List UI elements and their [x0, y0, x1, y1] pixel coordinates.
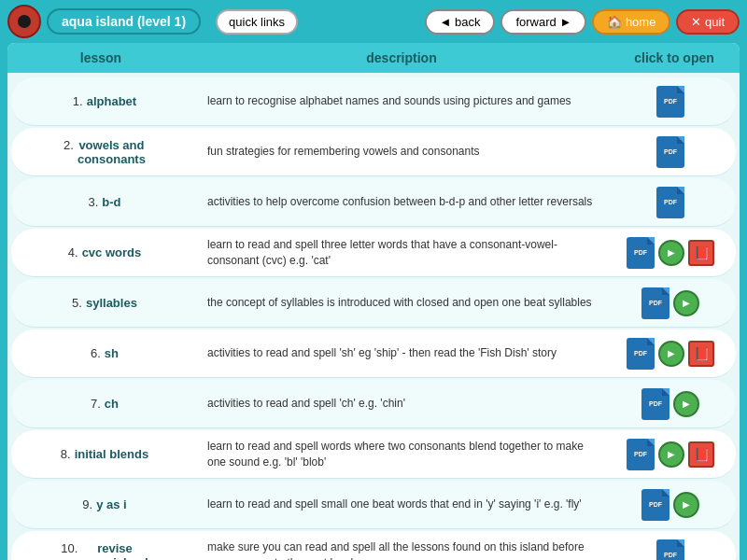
- table-row: 10.reviseaqua islandmake sure you can re…: [11, 531, 736, 560]
- pdf-icon[interactable]: [627, 338, 655, 370]
- pdf-icon[interactable]: [656, 187, 684, 218]
- game-icon[interactable]: [658, 240, 684, 266]
- app-logo: [7, 5, 41, 38]
- lesson-cell: 6.sh: [11, 341, 198, 366]
- description-cell: activities to read and spell 'ch' e.g. '…: [198, 390, 605, 417]
- book-icon[interactable]: [688, 341, 714, 367]
- description-cell: the concept of syllables is introduced w…: [198, 289, 605, 316]
- home-button[interactable]: 🏠 home: [592, 9, 670, 35]
- quit-button[interactable]: ✕ quit: [676, 9, 740, 35]
- lesson-number: 2.: [63, 138, 74, 152]
- description-cell: fun strategies for remembering vowels an…: [198, 138, 605, 165]
- actions-cell: [605, 284, 736, 323]
- lesson-number: 10.: [61, 541, 78, 555]
- lesson-title: y as i: [96, 497, 127, 511]
- lesson-cell: 8.initial blends: [11, 441, 198, 467]
- lesson-cell: 3.b-d: [11, 189, 198, 215]
- lesson-title: ch: [105, 397, 119, 411]
- lesson-cell: 9.y as i: [11, 492, 198, 517]
- back-button[interactable]: ◄ back: [425, 9, 496, 35]
- app-title: aqua island (level 1): [47, 8, 201, 35]
- lesson-cell: 7.ch: [11, 391, 198, 416]
- pdf-icon[interactable]: [641, 388, 669, 420]
- lesson-cell: 10.reviseaqua island: [11, 536, 198, 561]
- actions-cell: [605, 334, 736, 373]
- game-icon[interactable]: [673, 492, 699, 518]
- table-header: lesson description click to open: [7, 43, 740, 73]
- lesson-cell: 4.cvc words: [11, 240, 198, 265]
- description-cell: learn to read and spell small one beat w…: [198, 491, 605, 518]
- lesson-number: 1.: [73, 94, 83, 108]
- book-icon[interactable]: [688, 240, 714, 266]
- actions-cell: [605, 385, 736, 424]
- pdf-icon[interactable]: [656, 136, 684, 168]
- pdf-icon[interactable]: [627, 237, 655, 269]
- actions-cell: [605, 183, 736, 222]
- lesson-number: 5.: [72, 296, 82, 310]
- actions-cell: [605, 485, 736, 525]
- table-row: 2.vowels andconsonantsfun strategies for…: [11, 128, 736, 176]
- pdf-icon[interactable]: [641, 489, 669, 521]
- lesson-number: 4.: [68, 245, 78, 259]
- main-content: lesson description click to open 1.alpha…: [7, 43, 740, 560]
- lesson-number: 8.: [61, 447, 71, 461]
- lesson-number: 6.: [91, 346, 101, 360]
- game-icon[interactable]: [658, 341, 684, 367]
- description-cell: activities to read and spell 'sh' eg 'sh…: [198, 340, 605, 367]
- col-description: description: [194, 50, 609, 65]
- lesson-title: alphabet: [87, 94, 136, 108]
- description-cell: learn to read and spell words where two …: [198, 433, 605, 476]
- lesson-number: 3.: [88, 195, 98, 209]
- lesson-cell: 5.syllables: [11, 290, 198, 315]
- lesson-rows: 1.alphabetlearn to recognise alphabet na…: [7, 73, 740, 560]
- game-icon[interactable]: [673, 290, 699, 316]
- pdf-icon[interactable]: [641, 287, 669, 319]
- table-row: 3.b-dactivities to help overcome confusi…: [11, 178, 736, 227]
- col-lesson: lesson: [7, 50, 194, 65]
- pdf-icon[interactable]: [656, 86, 684, 118]
- actions-cell: [605, 82, 736, 121]
- lesson-cell: 2.vowels andconsonants: [11, 133, 198, 172]
- description-cell: learn to recognise alphabet names and so…: [198, 88, 605, 115]
- lesson-title: initial blends: [75, 447, 148, 461]
- table-row: 7.chactivities to read and spell 'ch' e.…: [11, 380, 736, 428]
- pdf-icon[interactable]: [656, 539, 684, 561]
- table-row: 8.initial blendslearn to read and spell …: [11, 430, 736, 479]
- description-cell: learn to read and spell three letter wor…: [198, 231, 605, 274]
- table-row: 4.cvc wordslearn to read and spell three…: [11, 229, 736, 277]
- description-cell: make sure you can read and spell all the…: [198, 534, 605, 560]
- lesson-cell: 1.alphabet: [11, 89, 198, 114]
- forward-button[interactable]: forward ►: [500, 9, 586, 35]
- col-click-to-open: click to open: [609, 50, 740, 65]
- quick-links-button[interactable]: quick links: [216, 9, 298, 35]
- actions-cell: [605, 536, 736, 561]
- lesson-title: vowels andconsonants: [78, 138, 146, 166]
- actions-cell: [605, 133, 736, 172]
- table-row: 1.alphabetlearn to recognise alphabet na…: [11, 77, 736, 126]
- table-row: 5.syllablesthe concept of syllables is i…: [11, 279, 736, 328]
- game-icon[interactable]: [673, 391, 699, 417]
- game-icon[interactable]: [658, 441, 684, 468]
- description-cell: activities to help overcome confusion be…: [198, 189, 605, 216]
- lesson-number: 9.: [82, 497, 92, 511]
- lesson-number: 7.: [91, 397, 101, 411]
- lesson-title: syllables: [86, 296, 137, 310]
- actions-cell: [605, 233, 736, 273]
- table-row: 6.shactivities to read and spell 'sh' eg…: [11, 329, 736, 378]
- lesson-title: cvc words: [82, 245, 142, 259]
- lesson-title: b-d: [102, 195, 120, 209]
- table-row: 9.y as ilearn to read and spell small on…: [11, 481, 736, 529]
- pdf-icon[interactable]: [627, 439, 655, 470]
- lesson-title: sh: [105, 346, 119, 360]
- actions-cell: [605, 435, 736, 474]
- book-icon[interactable]: [688, 441, 714, 468]
- lesson-title: reviseaqua island: [81, 541, 148, 561]
